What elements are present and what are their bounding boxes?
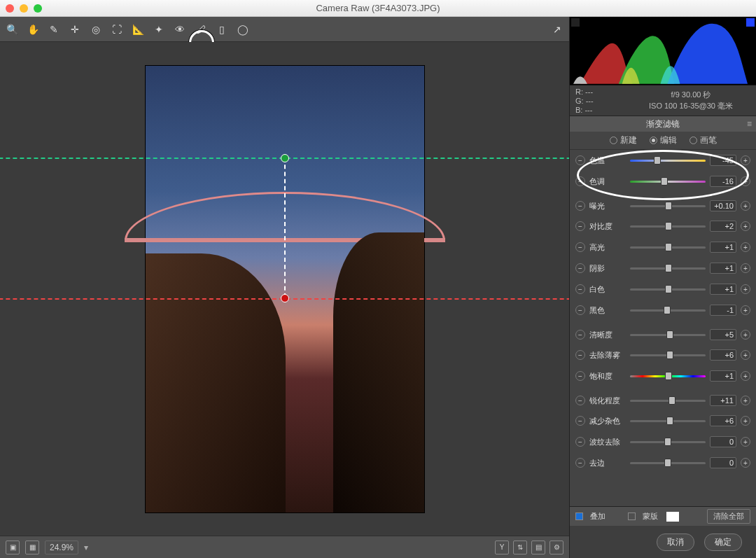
track-temperature[interactable]	[630, 155, 706, 165]
view-option-icon[interactable]: ⇅	[513, 540, 527, 554]
radial-filter-tool[interactable]: ◯	[237, 23, 249, 36]
value-sharpness[interactable]: +11	[710, 395, 736, 406]
clear-all-button[interactable]: 清除全部	[707, 509, 750, 524]
value-clarity[interactable]: +5	[710, 329, 736, 340]
value-dehaze[interactable]: +6	[710, 349, 736, 361]
histogram[interactable]	[570, 17, 756, 85]
track-saturation[interactable]	[630, 371, 706, 381]
increase-blacks-button[interactable]: +	[741, 305, 750, 315]
gradient-start-handle[interactable]	[281, 154, 289, 162]
decrease-temperature-button[interactable]: −	[575, 155, 585, 165]
overlay-label: 叠加	[590, 511, 606, 522]
track-moire[interactable]	[630, 437, 706, 447]
decrease-defringe-button[interactable]: −	[575, 458, 585, 468]
decrease-highlights-button[interactable]: −	[575, 242, 585, 252]
increase-shadows-button[interactable]: +	[741, 263, 750, 273]
targeted-adjustment-tool[interactable]: ◎	[90, 23, 102, 36]
increase-whites-button[interactable]: +	[741, 284, 750, 294]
track-noise-reduction[interactable]	[630, 416, 706, 426]
mask-color-swatch[interactable]	[666, 512, 679, 522]
value-tint[interactable]: -16	[710, 176, 736, 187]
track-sharpness[interactable]	[630, 396, 706, 405]
increase-defringe-button[interactable]: +	[741, 458, 750, 468]
value-blacks[interactable]: -1	[710, 305, 736, 316]
gradient-end-handle[interactable]	[281, 294, 289, 302]
mode-画笔[interactable]: 画笔	[690, 134, 717, 146]
zoom-tool[interactable]: 🔍	[6, 23, 18, 36]
value-defringe[interactable]: 0	[710, 457, 736, 468]
decrease-moire-button[interactable]: −	[575, 437, 585, 447]
decrease-tint-button[interactable]: −	[575, 176, 585, 186]
mode-新建[interactable]: 新建	[610, 134, 637, 146]
track-blacks[interactable]	[630, 305, 706, 315]
increase-clarity-button[interactable]: +	[741, 330, 750, 340]
window-titlebar: Camera Raw (3F4A3073.JPG)	[0, 0, 756, 17]
slider-shadows: −阴影+1+	[570, 258, 756, 279]
grid-view-icon[interactable]: ▦	[25, 540, 39, 554]
spot-removal-tool[interactable]: ✦	[153, 23, 165, 36]
increase-tint-button[interactable]: +	[741, 176, 750, 186]
value-saturation[interactable]: +1	[710, 370, 736, 382]
image-canvas[interactable]	[0, 42, 569, 536]
track-clarity[interactable]	[630, 330, 706, 340]
track-defringe[interactable]	[630, 458, 706, 468]
gradient-axis[interactable]	[284, 158, 286, 298]
track-highlights[interactable]	[630, 242, 706, 252]
increase-sharpness-button[interactable]: +	[741, 396, 750, 405]
value-temperature[interactable]: -45	[710, 155, 736, 166]
panel-menu-icon[interactable]: ≡	[747, 119, 752, 129]
decrease-noise-reduction-button[interactable]: −	[575, 416, 585, 426]
decrease-shadows-button[interactable]: −	[575, 263, 585, 273]
decrease-blacks-button[interactable]: −	[575, 305, 585, 315]
value-whites[interactable]: +1	[710, 284, 736, 295]
color-sampler-tool[interactable]: ✛	[69, 23, 81, 36]
ok-button[interactable]: 确定	[704, 533, 742, 551]
decrease-saturation-button[interactable]: −	[575, 371, 585, 381]
crop-tool[interactable]: ⛶	[111, 23, 123, 36]
value-highlights[interactable]: +1	[710, 242, 736, 253]
decrease-sharpness-button[interactable]: −	[575, 396, 585, 405]
view-option-icon[interactable]: Y	[495, 540, 509, 554]
shadow-clip-icon[interactable]	[571, 18, 580, 27]
overlay-checkbox[interactable]	[575, 512, 583, 520]
value-exposure[interactable]: +0.10	[710, 200, 736, 211]
decrease-exposure-button[interactable]: −	[575, 201, 585, 211]
value-noise-reduction[interactable]: +6	[710, 415, 736, 426]
hand-tool[interactable]: ✋	[27, 23, 39, 36]
straighten-tool[interactable]: 📐	[132, 23, 144, 36]
increase-contrast-button[interactable]: +	[741, 221, 750, 231]
increase-moire-button[interactable]: +	[741, 437, 750, 447]
track-dehaze[interactable]	[630, 350, 706, 360]
decrease-dehaze-button[interactable]: −	[575, 350, 585, 360]
view-option-icon[interactable]: ▤	[531, 540, 545, 554]
track-tint[interactable]	[630, 176, 706, 186]
decrease-clarity-button[interactable]: −	[575, 330, 585, 340]
graduated-filter-tool[interactable]: ▯	[216, 23, 228, 36]
increase-temperature-button[interactable]: +	[741, 155, 750, 165]
zoom-level[interactable]: 24.9%	[45, 540, 78, 554]
increase-saturation-button[interactable]: +	[741, 371, 750, 381]
increase-highlights-button[interactable]: +	[741, 242, 750, 252]
open-preferences-icon[interactable]: ↗	[551, 23, 564, 36]
view-option-icon[interactable]: ⚙	[550, 540, 564, 554]
track-contrast[interactable]	[630, 221, 706, 231]
red-eye-tool[interactable]: 👁	[174, 23, 186, 36]
highlight-clip-icon[interactable]	[746, 18, 755, 27]
increase-exposure-button[interactable]: +	[741, 201, 750, 211]
increase-noise-reduction-button[interactable]: +	[741, 416, 750, 426]
white-balance-tool[interactable]: ✎	[48, 23, 60, 36]
decrease-contrast-button[interactable]: −	[575, 221, 585, 231]
value-contrast[interactable]: +2	[710, 221, 736, 232]
track-exposure[interactable]	[630, 201, 706, 211]
mask-checkbox[interactable]	[628, 512, 636, 520]
track-whites[interactable]	[630, 284, 706, 294]
mode-编辑[interactable]: 编辑	[650, 134, 677, 146]
track-shadows[interactable]	[630, 263, 706, 273]
increase-dehaze-button[interactable]: +	[741, 350, 750, 360]
fit-view-icon[interactable]: ▣	[6, 540, 20, 554]
cancel-button[interactable]: 取消	[657, 533, 694, 551]
decrease-whites-button[interactable]: −	[575, 284, 585, 294]
value-shadows[interactable]: +1	[710, 263, 736, 274]
value-moire[interactable]: 0	[710, 436, 736, 447]
adjustment-brush-tool[interactable]: 🖌	[195, 23, 207, 36]
